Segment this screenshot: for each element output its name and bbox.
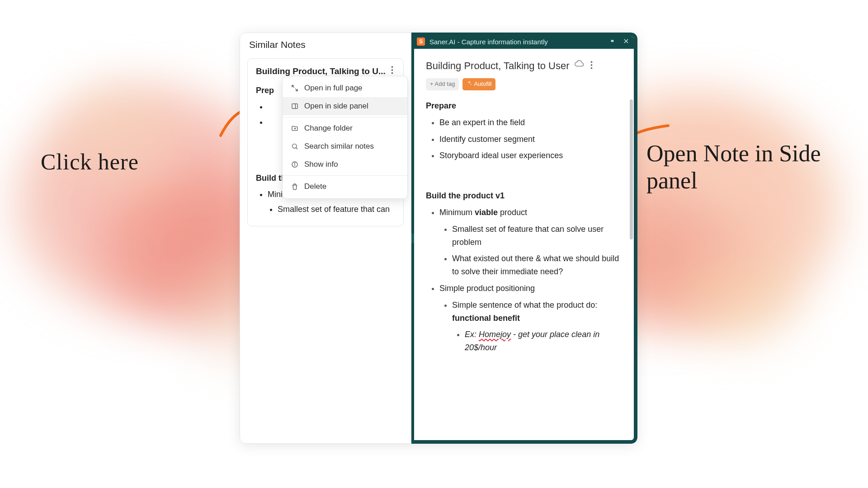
autofill-label: Autofill xyxy=(474,80,491,89)
bg-watercolor xyxy=(683,253,800,343)
note-card-context-menu: Open in full page Open in side panel Cha… xyxy=(282,76,408,199)
app-title: Saner.AI - Capture information instantly xyxy=(429,38,548,46)
autofill-button[interactable]: Autofill xyxy=(462,78,495,90)
section-heading: Prepare xyxy=(426,99,622,113)
annotation-click-here: Click here xyxy=(41,149,139,175)
svg-point-14 xyxy=(590,67,592,69)
list-item: Identify customer segment xyxy=(439,133,622,146)
side-panel-icon xyxy=(291,102,299,110)
side-panel-pane: S Saner.AI - Capture information instant… xyxy=(411,33,637,444)
list-item: Storyboard ideal user experiences xyxy=(439,149,622,162)
menu-delete[interactable]: Delete xyxy=(283,178,407,196)
list-item: What existed out there & what we should … xyxy=(452,252,622,278)
note-card-more-button[interactable] xyxy=(389,66,395,76)
pin-button[interactable] xyxy=(607,37,617,47)
trash-icon xyxy=(291,183,299,191)
list-item: Minimum viable product Smallest set of f… xyxy=(439,206,622,278)
menu-item-label: Open in side panel xyxy=(304,102,368,111)
menu-show-info[interactable]: Show info xyxy=(283,155,407,174)
section-heading: Build the product v1 xyxy=(426,189,622,202)
menu-separator xyxy=(283,175,407,176)
app-window: Similar Notes Building Product, Talking … xyxy=(240,33,637,444)
expand-icon xyxy=(291,84,299,92)
add-tag-label: Add tag xyxy=(435,80,455,89)
menu-change-folder[interactable]: Change folder xyxy=(283,119,407,137)
svg-point-0 xyxy=(392,66,393,68)
search-icon xyxy=(291,142,299,150)
menu-search-similar[interactable]: Search similar notes xyxy=(283,137,407,155)
list-item: Simple sentence of what the product do: … xyxy=(452,299,622,354)
folder-move-icon xyxy=(291,124,299,132)
menu-item-label: Delete xyxy=(304,182,326,191)
sparkle-icon xyxy=(467,80,472,89)
svg-point-5 xyxy=(292,144,297,148)
list-item: Smallest set of feature that can solve u… xyxy=(452,223,622,249)
menu-item-label: Change folder xyxy=(304,124,353,133)
scrollbar-thumb[interactable] xyxy=(630,99,633,239)
menu-open-side-panel[interactable]: Open in side panel xyxy=(283,97,407,115)
svg-point-1 xyxy=(392,69,393,71)
note-more-button[interactable] xyxy=(589,59,594,73)
info-icon xyxy=(291,160,299,169)
menu-item-label: Show info xyxy=(304,160,338,169)
list-item: Be an expert in the field xyxy=(439,116,622,129)
similar-notes-pane: Similar Notes Building Product, Talking … xyxy=(240,33,411,444)
list-item: Smallest set of feature that can xyxy=(278,203,395,216)
note-title: Building Product, Talking to User xyxy=(426,58,570,74)
list-item: Simple product positioning Simple senten… xyxy=(439,282,622,354)
svg-point-12 xyxy=(590,61,592,63)
svg-point-2 xyxy=(392,72,393,74)
svg-line-6 xyxy=(296,148,297,149)
side-panel-titlebar: S Saner.AI - Capture information instant… xyxy=(412,34,636,49)
svg-point-9 xyxy=(294,163,295,163)
similar-notes-header: Similar Notes xyxy=(240,33,411,58)
menu-item-label: Search similar notes xyxy=(304,142,374,151)
note-card[interactable]: Building Product, Talking to U... Prep B… xyxy=(247,58,404,226)
plus-icon: + xyxy=(430,80,434,89)
add-tag-button[interactable]: + Add tag xyxy=(426,78,459,90)
app-logo-icon: S xyxy=(417,38,425,46)
svg-point-13 xyxy=(590,64,592,66)
cloud-sync-icon xyxy=(574,59,584,73)
note-content: Building Product, Talking to User + Add … xyxy=(414,49,634,438)
menu-open-full-page[interactable]: Open in full page xyxy=(283,79,407,97)
svg-rect-3 xyxy=(292,104,297,109)
menu-item-label: Open in full page xyxy=(304,84,363,93)
note-card-title: Building Product, Talking to U... xyxy=(256,66,389,76)
list-item: Ex: Homejoy - get your place clean in 20… xyxy=(465,328,622,354)
pane-resize-handle[interactable] xyxy=(410,229,415,247)
close-button[interactable] xyxy=(621,37,631,47)
menu-separator xyxy=(283,117,407,117)
